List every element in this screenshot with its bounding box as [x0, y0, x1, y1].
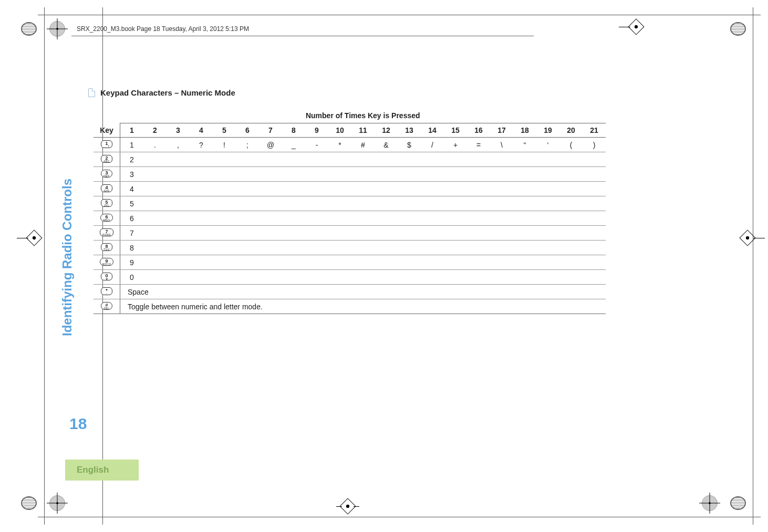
- table-cell: [305, 270, 328, 285]
- table-cell: [305, 167, 328, 182]
- table-cell: [190, 167, 213, 182]
- table-cell: [536, 270, 559, 285]
- table-row: 0❖0: [94, 270, 606, 285]
- table-span-cell: Toggle between numeric and letter mode.: [120, 299, 606, 314]
- table-cell: [490, 270, 513, 285]
- table-cell: ‘: [536, 138, 559, 152]
- table-column-header: 21: [583, 123, 606, 138]
- table-cell: ;: [236, 138, 259, 152]
- table-cell: [583, 255, 606, 270]
- table-column-header: 1: [120, 123, 144, 138]
- table-cell: [375, 152, 398, 167]
- keycap-icon: #DEL: [101, 302, 112, 310]
- table-cell: [282, 182, 305, 196]
- table-cell: 6: [120, 211, 144, 226]
- table-cell: ?: [190, 138, 213, 152]
- table-row: 3DEF3: [94, 167, 606, 182]
- table-cell: [167, 241, 190, 255]
- table-cell: [398, 211, 421, 226]
- table-cell: [375, 167, 398, 182]
- table-cell: [259, 270, 282, 285]
- table-cell: 9: [120, 255, 144, 270]
- table-cell: [259, 255, 282, 270]
- table-cell: [398, 196, 421, 211]
- content-area: Keypad Characters – Numeric Mode Number …: [88, 88, 726, 314]
- table-cell: !: [213, 138, 236, 152]
- table-cell: [167, 182, 190, 196]
- table-cell: 0: [120, 270, 144, 285]
- table-cell: (: [559, 138, 583, 152]
- table-cell: [282, 167, 305, 182]
- table-cell: [351, 182, 375, 196]
- table-cell: [559, 226, 583, 241]
- document-icon: [88, 88, 95, 97]
- table-column-header: 2: [143, 123, 167, 138]
- arrow-target-icon: [742, 231, 765, 245]
- table-cell: [444, 226, 467, 241]
- table-cell: [167, 152, 190, 167]
- table-cell: 5: [120, 196, 144, 211]
- table-cell: [559, 196, 583, 211]
- keycap-icon: 4GHI: [101, 184, 112, 192]
- table-cell: *: [328, 138, 351, 152]
- table-cell: [213, 182, 236, 196]
- table-cell: [398, 270, 421, 285]
- table-cell: [559, 152, 583, 167]
- table-cell: [513, 196, 536, 211]
- table-cell: [490, 182, 513, 196]
- table-cell: 2: [120, 152, 144, 167]
- registration-mark-icon: [730, 22, 746, 36]
- section-heading-text: Keypad Characters – Numeric Mode: [100, 88, 235, 97]
- keycap-cell: 8TUV: [94, 241, 120, 255]
- table-cell: [421, 270, 444, 285]
- table-cell: [282, 255, 305, 270]
- table-cell: [467, 211, 490, 226]
- table-column-header: 15: [444, 123, 467, 138]
- keycap-cell: 9WXYZ: [94, 255, 120, 270]
- table-cell: [536, 241, 559, 255]
- table-cell: [467, 152, 490, 167]
- keycap-icon: 1. , ?: [101, 140, 112, 148]
- table-cell: [490, 152, 513, 167]
- table-cell: [421, 182, 444, 196]
- table-column-header: 17: [490, 123, 513, 138]
- table-cell: [351, 241, 375, 255]
- table-cell: [236, 255, 259, 270]
- table-cell: [190, 270, 213, 285]
- table-span-cell: Space: [120, 285, 606, 299]
- table-cell: 8: [120, 241, 144, 255]
- table-cell: [143, 226, 167, 241]
- table-cell: [536, 255, 559, 270]
- table-cell: [513, 152, 536, 167]
- table-cell: [490, 241, 513, 255]
- table-cell: [490, 255, 513, 270]
- table-cell: [583, 241, 606, 255]
- table-cell: [259, 182, 282, 196]
- table-cell: [351, 211, 375, 226]
- table-cell: [190, 182, 213, 196]
- table-cell: #: [351, 138, 375, 152]
- table-cell: [444, 255, 467, 270]
- table-cell: [305, 211, 328, 226]
- table-row: 4GHI4: [94, 182, 606, 196]
- table-cell: [513, 182, 536, 196]
- table-cell: [236, 211, 259, 226]
- keycap-icon: 0❖: [101, 273, 112, 280]
- table-column-header: 18: [513, 123, 536, 138]
- table-cell: [351, 152, 375, 167]
- table-cell: [305, 255, 328, 270]
- table-cell: “: [513, 138, 536, 152]
- table-cell: [536, 196, 559, 211]
- table-cell: [190, 152, 213, 167]
- table-cell: [375, 196, 398, 211]
- table-cell: [351, 167, 375, 182]
- book-header-text: SRX_2200_M3.book Page 18 Tuesday, April …: [77, 25, 249, 33]
- table-row: 8TUV8: [94, 241, 606, 255]
- table-cell: [536, 167, 559, 182]
- table-cell: [143, 152, 167, 167]
- arrow-target-icon: [336, 499, 359, 513]
- table-cell: [190, 196, 213, 211]
- table-cell: [375, 226, 398, 241]
- language-badge: English: [65, 460, 139, 481]
- table-cell: [467, 182, 490, 196]
